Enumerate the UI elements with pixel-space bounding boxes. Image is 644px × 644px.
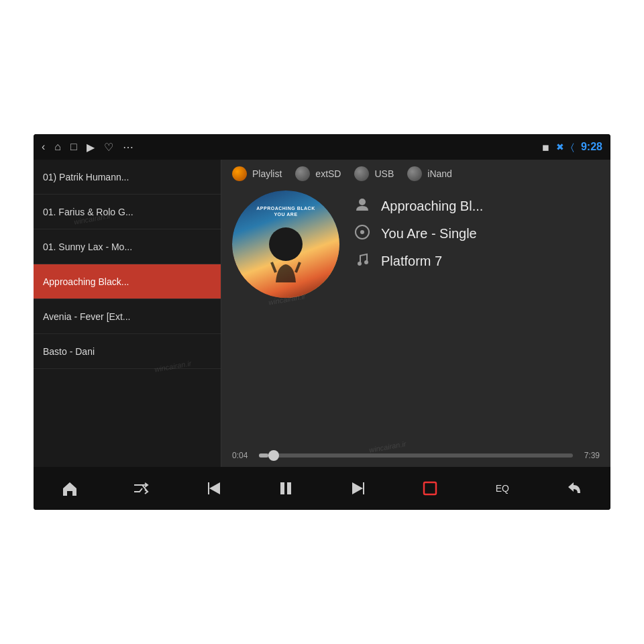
source-usb[interactable]: USB — [354, 166, 394, 181]
player-area: Playlist extSD USB iNand — [221, 160, 610, 467]
svg-point-5 — [360, 230, 364, 234]
source-label-usb: USB — [374, 168, 394, 179]
clock: 9:28 — [581, 141, 602, 153]
source-label-extsd: extSD — [315, 168, 341, 179]
playlist-item-3[interactable]: 01. Sunny Lax - Mo... — [34, 229, 221, 264]
cast-icon: ◼ — [542, 142, 549, 152]
playlist-item-6[interactable]: Basto - Dani — [34, 334, 221, 369]
artist-icon — [353, 197, 372, 215]
svg-point-6 — [358, 262, 362, 266]
progress-current: 0:04 — [232, 451, 252, 460]
shuffle-button[interactable] — [118, 474, 165, 502]
svg-rect-10 — [280, 482, 284, 494]
home-button[interactable] — [46, 474, 93, 502]
status-bar: ‹ ⌂ □ ▶ ♡ ⋯ ◼ ✖ 〈 9:28 — [34, 134, 610, 160]
repeat-button[interactable] — [407, 474, 453, 502]
playlist-item-4-active[interactable]: Approaching Black... — [34, 264, 221, 299]
playlist-item-1[interactable]: 01) Patrik Humann... — [34, 160, 221, 195]
progress-total: 7:39 — [580, 451, 600, 460]
svg-point-3 — [359, 199, 366, 205]
svg-line-1 — [272, 262, 276, 272]
eq-button[interactable]: EQ — [479, 478, 526, 499]
progress-container: 0:04 7:39 — [232, 451, 600, 460]
svg-marker-13 — [352, 482, 363, 494]
source-inand[interactable]: iNand — [407, 166, 452, 181]
svg-marker-12 — [363, 482, 364, 494]
home-nav-icon[interactable]: ⌂ — [54, 141, 61, 153]
playlist-item-5[interactable]: Avenia - Fever [Ext... — [34, 299, 221, 334]
album-art-container: APPROACHING BLACK YOU ARE — [232, 191, 339, 298]
progress-thumb[interactable] — [268, 450, 279, 461]
source-dot-extsd — [295, 166, 310, 181]
artist-name: Approaching Bl... — [381, 199, 483, 214]
svg-marker-9 — [209, 482, 220, 494]
next-button[interactable] — [335, 474, 382, 502]
track-info: Approaching Bl... You Are - Single — [353, 191, 600, 270]
status-bar-left: ‹ ⌂ □ ▶ ♡ ⋯ — [42, 141, 133, 154]
more-icon[interactable]: ⋯ — [123, 141, 133, 154]
source-label-inand: iNand — [427, 168, 452, 179]
source-dot-inand — [407, 166, 422, 181]
source-name: Platform 7 — [381, 254, 442, 269]
album-name: You Are - Single — [381, 226, 477, 241]
player-main: APPROACHING BLACK YOU ARE — [232, 191, 600, 441]
source-extsd[interactable]: extSD — [295, 166, 341, 181]
svg-rect-11 — [287, 482, 291, 494]
source-selector: Playlist extSD USB iNand — [232, 166, 600, 181]
main-content: 01) Patrik Humann... 01. Farius & Rolo G… — [34, 160, 610, 467]
source-label-playlist: Playlist — [252, 168, 282, 179]
album-icon — [353, 225, 372, 243]
source-dot-playlist — [232, 166, 247, 181]
svg-rect-14 — [424, 482, 436, 494]
progress-bar[interactable] — [259, 453, 573, 458]
album-row: You Are - Single — [353, 225, 600, 243]
controls-bar: EQ — [34, 467, 610, 510]
source-playlist[interactable]: Playlist — [232, 166, 282, 181]
status-bar-right: ◼ ✖ 〈 9:28 — [542, 141, 602, 153]
playlist-sidebar: 01) Patrik Humann... 01. Farius & Rolo G… — [34, 160, 221, 467]
svg-point-7 — [364, 260, 368, 264]
bag-icon[interactable]: ♡ — [104, 141, 113, 154]
album-art: APPROACHING BLACK YOU ARE — [232, 191, 339, 298]
device-frame: ‹ ⌂ □ ▶ ♡ ⋯ ◼ ✖ 〈 9:28 01) Patrik Humann… — [34, 134, 610, 510]
recents-nav-icon[interactable]: □ — [70, 141, 77, 153]
album-art-center-hole — [269, 227, 303, 261]
album-art-title: APPROACHING BLACK YOU ARE — [232, 205, 339, 217]
bluetooth-icon: ✖ — [556, 142, 564, 152]
back-button[interactable] — [551, 474, 598, 502]
source-dot-usb — [354, 166, 369, 181]
eq-label: EQ — [496, 483, 509, 494]
music-note-icon — [353, 252, 372, 270]
progress-fill — [259, 453, 268, 458]
back-nav-icon[interactable]: ‹ — [42, 141, 45, 153]
svg-marker-8 — [208, 482, 209, 494]
svg-line-2 — [296, 262, 300, 272]
wifi-icon: 〈 — [571, 142, 574, 153]
pause-button[interactable] — [262, 474, 309, 502]
camera-icon[interactable]: ▶ — [87, 141, 95, 154]
prev-button[interactable] — [191, 474, 237, 502]
artist-row: Approaching Bl... — [353, 197, 600, 215]
playlist-item-2[interactable]: 01. Farius & Rolo G... — [34, 195, 221, 229]
source-row: Platform 7 — [353, 252, 600, 270]
